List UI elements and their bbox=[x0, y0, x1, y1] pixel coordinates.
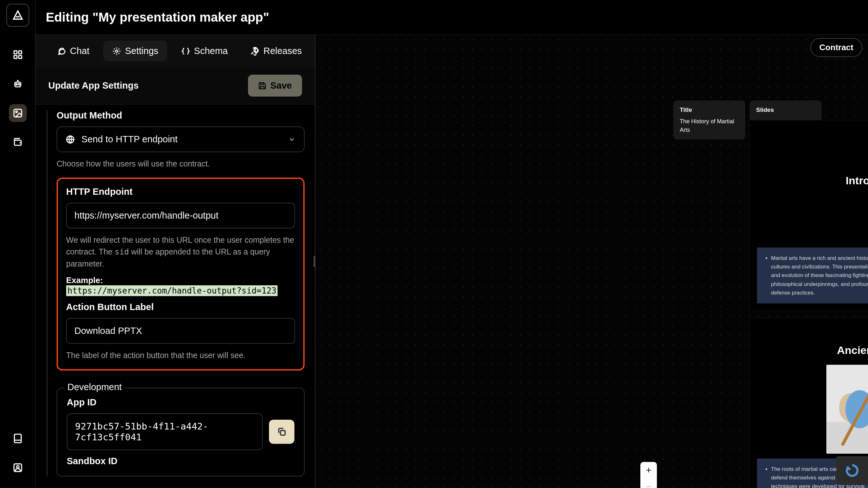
action-button-label-title: Action Button Label bbox=[66, 302, 295, 312]
tab-releases[interactable]: Releases bbox=[242, 41, 311, 61]
output-method-select[interactable]: Send to HTTP endpoint bbox=[57, 126, 305, 152]
image-icon bbox=[13, 108, 23, 118]
nav-docs[interactable] bbox=[9, 429, 27, 447]
contract-button[interactable]: Contract bbox=[810, 38, 862, 57]
titlebar: Editing "My presentation maker app" bbox=[36, 0, 868, 35]
recaptcha-icon bbox=[846, 464, 859, 477]
wallet-icon bbox=[13, 137, 23, 148]
sandbox-id-label: Sandbox ID bbox=[67, 456, 294, 466]
svg-rect-0 bbox=[14, 51, 17, 54]
user-icon bbox=[13, 463, 23, 473]
node-title[interactable]: Title The History of Martial Arts bbox=[674, 100, 745, 139]
tab-settings[interactable]: Settings bbox=[103, 41, 167, 61]
node-slides[interactable]: Slides bbox=[750, 100, 822, 122]
http-endpoint-card: HTTP Endpoint We will redirect the user … bbox=[57, 177, 305, 370]
panel-header: Update App Settings Save bbox=[36, 67, 315, 104]
svg-rect-13 bbox=[280, 430, 285, 435]
chevron-down-icon bbox=[288, 136, 296, 143]
save-button[interactable]: Save bbox=[248, 75, 302, 97]
svg-point-11 bbox=[116, 50, 118, 52]
nav-account[interactable] bbox=[9, 459, 27, 477]
http-endpoint-title: HTTP Endpoint bbox=[66, 187, 295, 197]
settings-panel: Chat Settings Schema Releases bbox=[36, 35, 315, 488]
nav-wallet[interactable] bbox=[9, 133, 27, 151]
globe-icon bbox=[65, 135, 75, 144]
nav-bot[interactable] bbox=[9, 75, 27, 93]
nav-apps[interactable] bbox=[9, 104, 27, 122]
rocket-icon bbox=[251, 47, 259, 56]
app-id-value[interactable]: 9271bc57-51bb-4f11-a442-7cf13c5ff041 bbox=[67, 413, 262, 450]
slide-1-body: Martial arts have a rich and ancient his… bbox=[757, 248, 868, 303]
zoom-out-button[interactable]: − bbox=[640, 479, 657, 488]
http-endpoint-input[interactable] bbox=[66, 203, 295, 228]
slide-1-title: Introduction bbox=[846, 174, 868, 187]
svg-point-6 bbox=[19, 84, 20, 85]
book-icon bbox=[13, 433, 23, 444]
development-fieldset: Development App ID 9271bc57-51bb-4f11-a4… bbox=[57, 388, 305, 477]
slide-2-illustration bbox=[826, 365, 868, 454]
action-button-label-input[interactable] bbox=[66, 318, 295, 344]
braces-icon bbox=[181, 47, 190, 56]
output-method-label: Output Method bbox=[57, 110, 305, 121]
svg-rect-3 bbox=[19, 56, 21, 59]
icon-rail bbox=[0, 0, 36, 488]
action-button-label-hint: The label of the action button that the … bbox=[66, 350, 295, 362]
grid-icon bbox=[13, 50, 23, 60]
nav-dashboard[interactable] bbox=[9, 46, 27, 64]
svg-point-10 bbox=[17, 465, 19, 468]
robot-icon bbox=[13, 79, 23, 89]
preview-canvas[interactable]: Contract Title The History of Martial Ar… bbox=[315, 35, 868, 488]
output-method-section: Output Method Send to HTTP endpoint Choo… bbox=[57, 110, 305, 170]
output-method-hint: Choose how the users will use the contra… bbox=[57, 158, 305, 170]
recaptcha-badge[interactable] bbox=[836, 456, 868, 485]
panel-tabs: Chat Settings Schema Releases bbox=[36, 35, 315, 67]
slide-2-title: Ancient Origins bbox=[837, 344, 868, 356]
zoom-in-button[interactable]: + bbox=[640, 462, 657, 479]
svg-rect-2 bbox=[14, 56, 17, 59]
slide-1[interactable]: Introduction Martial arts have a rich an… bbox=[750, 120, 868, 311]
panel-header-title: Update App Settings bbox=[48, 80, 138, 91]
zoom-controls: + − bbox=[640, 462, 657, 488]
page-title: Editing "My presentation maker app" bbox=[46, 10, 269, 25]
copy-app-id-button[interactable] bbox=[269, 420, 294, 444]
tab-schema[interactable]: Schema bbox=[172, 41, 237, 61]
chat-icon bbox=[57, 47, 66, 56]
tab-chat[interactable]: Chat bbox=[48, 41, 98, 61]
gear-icon bbox=[112, 47, 121, 56]
app-id-label: App ID bbox=[67, 397, 294, 408]
svg-point-8 bbox=[16, 111, 17, 112]
svg-point-5 bbox=[16, 84, 17, 85]
save-icon bbox=[258, 82, 267, 90]
http-endpoint-hint: We will redirect the user to this URL on… bbox=[66, 234, 295, 270]
app-logo[interactable] bbox=[6, 4, 29, 27]
svg-rect-1 bbox=[19, 51, 21, 54]
http-endpoint-example: Example: https://myserver.com/handle-out… bbox=[66, 275, 295, 296]
development-legend: Development bbox=[64, 382, 125, 392]
copy-icon bbox=[277, 427, 287, 437]
svg-rect-7 bbox=[14, 109, 22, 117]
